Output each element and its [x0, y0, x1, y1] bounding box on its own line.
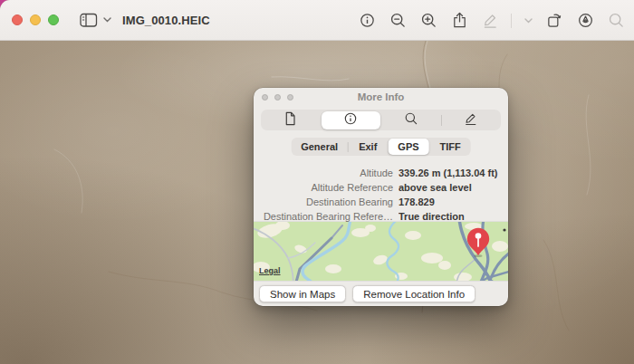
window-title: IMG_0010.HEIC — [122, 14, 210, 27]
window-titlebar: IMG_0010.HEIC — [0, 0, 634, 41]
close-button[interactable] — [12, 14, 23, 25]
gps-metadata-list: Altitude 339.26 m (1,113.04 ft) Altitude… — [254, 166, 508, 224]
markup-pencil-button[interactable] — [480, 11, 500, 31]
photo-canvas: More Info — [0, 41, 634, 364]
metadata-row: Altitude Reference above sea level — [254, 180, 508, 195]
metadata-label: Altitude Reference — [254, 180, 393, 195]
metadata-value: 178.829 — [399, 195, 504, 209]
zoom-in-button[interactable] — [418, 11, 438, 31]
remove-location-info-button[interactable]: Remove Location Info — [352, 285, 476, 302]
panel-title: More Info — [254, 91, 508, 102]
legal-link[interactable]: Legal — [259, 266, 281, 275]
metadata-label: Destination Bearing — [254, 195, 393, 209]
zoom-button[interactable] — [48, 14, 59, 25]
traffic-lights — [12, 14, 59, 25]
sidebar-toggle[interactable] — [79, 10, 111, 30]
more-info-panel: More Info — [254, 88, 508, 306]
show-in-maps-button[interactable]: Show in Maps — [259, 285, 346, 302]
chevron-down-icon — [102, 10, 111, 30]
toolbar — [357, 0, 626, 41]
annotate-pen-nib-button[interactable] — [575, 11, 595, 31]
sidebar-icon — [79, 10, 99, 30]
tab-gps[interactable]: GPS — [388, 139, 428, 155]
segment-search[interactable] — [382, 110, 441, 130]
inspector-segmented-control — [261, 110, 501, 130]
markup-options-chevron-icon[interactable] — [523, 11, 533, 31]
location-map[interactable]: Legal — [254, 221, 508, 282]
segment-document[interactable] — [261, 110, 320, 130]
zoom-out-button[interactable] — [388, 11, 408, 31]
share-button[interactable] — [449, 11, 469, 31]
search-button[interactable] — [606, 11, 626, 31]
metadata-value: above sea level — [399, 180, 504, 195]
preview-window: IMG_0010.HEIC — [0, 0, 634, 364]
metadata-value: 339.26 m (1,113.04 ft) — [399, 166, 504, 180]
map-poi-dot — [503, 228, 505, 231]
markup-pencil-icon — [464, 111, 478, 129]
tab-exif[interactable]: Exif — [349, 138, 387, 156]
metadata-label: Altitude — [254, 166, 393, 180]
info-icon — [343, 111, 358, 129]
desktop: IMG_0010.HEIC — [0, 0, 634, 364]
search-icon — [404, 111, 418, 129]
tab-general[interactable]: General — [291, 138, 348, 156]
panel-actions: Show in Maps Remove Location Info — [259, 285, 476, 302]
metadata-row: Destination Bearing 178.829 — [254, 195, 508, 209]
rotate-left-button[interactable] — [544, 11, 564, 31]
minimize-button[interactable] — [30, 14, 41, 25]
metadata-row: Altitude 339.26 m (1,113.04 ft) — [254, 166, 508, 180]
metadata-tab-bar: General Exif GPS TIFF — [291, 138, 471, 156]
info-button[interactable] — [357, 11, 377, 31]
toolbar-divider — [511, 14, 512, 28]
segment-markup[interactable] — [442, 110, 501, 130]
segment-info[interactable] — [322, 111, 380, 129]
document-icon — [283, 111, 297, 129]
tab-tiff[interactable]: TIFF — [430, 138, 471, 156]
